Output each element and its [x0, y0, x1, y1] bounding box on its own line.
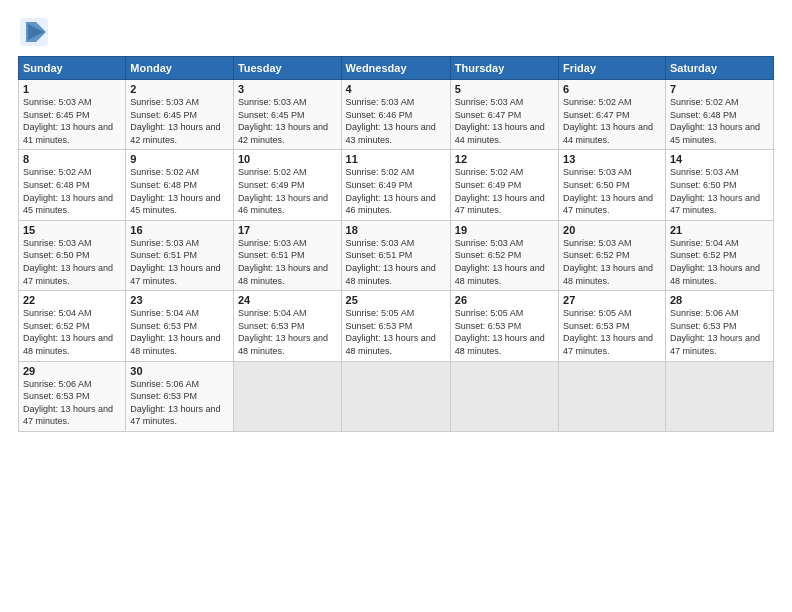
- day-header-sunday: Sunday: [19, 57, 126, 80]
- day-detail: Sunrise: 5:04 AM Sunset: 6:52 PM Dayligh…: [670, 237, 769, 287]
- calendar-week-5: 29 Sunrise: 5:06 AM Sunset: 6:53 PM Dayl…: [19, 361, 774, 431]
- calendar-week-1: 1 Sunrise: 5:03 AM Sunset: 6:45 PM Dayli…: [19, 80, 774, 150]
- calendar-cell: 3 Sunrise: 5:03 AM Sunset: 6:45 PM Dayli…: [233, 80, 341, 150]
- day-detail: Sunrise: 5:03 AM Sunset: 6:46 PM Dayligh…: [346, 96, 446, 146]
- calendar-cell: 9 Sunrise: 5:02 AM Sunset: 6:48 PM Dayli…: [126, 150, 234, 220]
- calendar-cell: 11 Sunrise: 5:02 AM Sunset: 6:49 PM Dayl…: [341, 150, 450, 220]
- day-number: 19: [455, 224, 554, 236]
- day-number: 13: [563, 153, 661, 165]
- calendar-cell: 12 Sunrise: 5:02 AM Sunset: 6:49 PM Dayl…: [450, 150, 558, 220]
- day-detail: Sunrise: 5:03 AM Sunset: 6:51 PM Dayligh…: [346, 237, 446, 287]
- day-detail: Sunrise: 5:05 AM Sunset: 6:53 PM Dayligh…: [563, 307, 661, 357]
- day-header-thursday: Thursday: [450, 57, 558, 80]
- day-detail: Sunrise: 5:02 AM Sunset: 6:48 PM Dayligh…: [130, 166, 229, 216]
- day-detail: Sunrise: 5:02 AM Sunset: 6:49 PM Dayligh…: [346, 166, 446, 216]
- calendar-cell: 29 Sunrise: 5:06 AM Sunset: 6:53 PM Dayl…: [19, 361, 126, 431]
- day-detail: Sunrise: 5:02 AM Sunset: 6:49 PM Dayligh…: [238, 166, 337, 216]
- day-number: 7: [670, 83, 769, 95]
- day-number: 18: [346, 224, 446, 236]
- day-number: 20: [563, 224, 661, 236]
- calendar-cell: 10 Sunrise: 5:02 AM Sunset: 6:49 PM Dayl…: [233, 150, 341, 220]
- calendar-cell: [559, 361, 666, 431]
- calendar-table: SundayMondayTuesdayWednesdayThursdayFrid…: [18, 56, 774, 432]
- day-number: 4: [346, 83, 446, 95]
- calendar-cell: 4 Sunrise: 5:03 AM Sunset: 6:46 PM Dayli…: [341, 80, 450, 150]
- calendar-cell: 24 Sunrise: 5:04 AM Sunset: 6:53 PM Dayl…: [233, 291, 341, 361]
- header: [18, 16, 774, 48]
- calendar-cell: 2 Sunrise: 5:03 AM Sunset: 6:45 PM Dayli…: [126, 80, 234, 150]
- calendar-cell: 5 Sunrise: 5:03 AM Sunset: 6:47 PM Dayli…: [450, 80, 558, 150]
- logo: [18, 16, 52, 48]
- day-detail: Sunrise: 5:04 AM Sunset: 6:52 PM Dayligh…: [23, 307, 121, 357]
- calendar-cell: [233, 361, 341, 431]
- calendar-cell: 26 Sunrise: 5:05 AM Sunset: 6:53 PM Dayl…: [450, 291, 558, 361]
- calendar-week-3: 15 Sunrise: 5:03 AM Sunset: 6:50 PM Dayl…: [19, 220, 774, 290]
- day-number: 12: [455, 153, 554, 165]
- day-number: 9: [130, 153, 229, 165]
- calendar-body: 1 Sunrise: 5:03 AM Sunset: 6:45 PM Dayli…: [19, 80, 774, 432]
- day-number: 28: [670, 294, 769, 306]
- calendar-cell: 28 Sunrise: 5:06 AM Sunset: 6:53 PM Dayl…: [665, 291, 773, 361]
- calendar-cell: 27 Sunrise: 5:05 AM Sunset: 6:53 PM Dayl…: [559, 291, 666, 361]
- calendar-cell: 17 Sunrise: 5:03 AM Sunset: 6:51 PM Dayl…: [233, 220, 341, 290]
- day-detail: Sunrise: 5:02 AM Sunset: 6:48 PM Dayligh…: [670, 96, 769, 146]
- calendar-cell: 22 Sunrise: 5:04 AM Sunset: 6:52 PM Dayl…: [19, 291, 126, 361]
- day-number: 5: [455, 83, 554, 95]
- day-number: 21: [670, 224, 769, 236]
- day-number: 17: [238, 224, 337, 236]
- day-number: 22: [23, 294, 121, 306]
- day-number: 11: [346, 153, 446, 165]
- day-detail: Sunrise: 5:03 AM Sunset: 6:51 PM Dayligh…: [238, 237, 337, 287]
- day-detail: Sunrise: 5:03 AM Sunset: 6:50 PM Dayligh…: [23, 237, 121, 287]
- logo-icon: [18, 16, 50, 48]
- calendar-cell: 14 Sunrise: 5:03 AM Sunset: 6:50 PM Dayl…: [665, 150, 773, 220]
- day-number: 1: [23, 83, 121, 95]
- day-header-friday: Friday: [559, 57, 666, 80]
- day-number: 23: [130, 294, 229, 306]
- day-detail: Sunrise: 5:05 AM Sunset: 6:53 PM Dayligh…: [455, 307, 554, 357]
- calendar-cell: 7 Sunrise: 5:02 AM Sunset: 6:48 PM Dayli…: [665, 80, 773, 150]
- day-number: 3: [238, 83, 337, 95]
- calendar-cell: 16 Sunrise: 5:03 AM Sunset: 6:51 PM Dayl…: [126, 220, 234, 290]
- calendar-cell: 25 Sunrise: 5:05 AM Sunset: 6:53 PM Dayl…: [341, 291, 450, 361]
- day-detail: Sunrise: 5:03 AM Sunset: 6:50 PM Dayligh…: [670, 166, 769, 216]
- day-number: 8: [23, 153, 121, 165]
- calendar-cell: 8 Sunrise: 5:02 AM Sunset: 6:48 PM Dayli…: [19, 150, 126, 220]
- day-number: 2: [130, 83, 229, 95]
- calendar-cell: 6 Sunrise: 5:02 AM Sunset: 6:47 PM Dayli…: [559, 80, 666, 150]
- day-detail: Sunrise: 5:02 AM Sunset: 6:48 PM Dayligh…: [23, 166, 121, 216]
- calendar-cell: 19 Sunrise: 5:03 AM Sunset: 6:52 PM Dayl…: [450, 220, 558, 290]
- day-number: 30: [130, 365, 229, 377]
- day-number: 15: [23, 224, 121, 236]
- calendar-week-4: 22 Sunrise: 5:04 AM Sunset: 6:52 PM Dayl…: [19, 291, 774, 361]
- day-detail: Sunrise: 5:03 AM Sunset: 6:52 PM Dayligh…: [563, 237, 661, 287]
- day-detail: Sunrise: 5:04 AM Sunset: 6:53 PM Dayligh…: [238, 307, 337, 357]
- day-number: 27: [563, 294, 661, 306]
- day-header-saturday: Saturday: [665, 57, 773, 80]
- calendar-cell: [665, 361, 773, 431]
- day-detail: Sunrise: 5:05 AM Sunset: 6:53 PM Dayligh…: [346, 307, 446, 357]
- calendar-cell: 13 Sunrise: 5:03 AM Sunset: 6:50 PM Dayl…: [559, 150, 666, 220]
- day-detail: Sunrise: 5:04 AM Sunset: 6:53 PM Dayligh…: [130, 307, 229, 357]
- day-number: 29: [23, 365, 121, 377]
- day-detail: Sunrise: 5:02 AM Sunset: 6:49 PM Dayligh…: [455, 166, 554, 216]
- calendar-week-2: 8 Sunrise: 5:02 AM Sunset: 6:48 PM Dayli…: [19, 150, 774, 220]
- page: SundayMondayTuesdayWednesdayThursdayFrid…: [0, 0, 792, 612]
- day-detail: Sunrise: 5:03 AM Sunset: 6:47 PM Dayligh…: [455, 96, 554, 146]
- calendar-cell: 15 Sunrise: 5:03 AM Sunset: 6:50 PM Dayl…: [19, 220, 126, 290]
- calendar-cell: 21 Sunrise: 5:04 AM Sunset: 6:52 PM Dayl…: [665, 220, 773, 290]
- day-number: 10: [238, 153, 337, 165]
- calendar-cell: [450, 361, 558, 431]
- day-header-tuesday: Tuesday: [233, 57, 341, 80]
- day-detail: Sunrise: 5:03 AM Sunset: 6:45 PM Dayligh…: [23, 96, 121, 146]
- day-header-monday: Monday: [126, 57, 234, 80]
- calendar-cell: 1 Sunrise: 5:03 AM Sunset: 6:45 PM Dayli…: [19, 80, 126, 150]
- day-detail: Sunrise: 5:06 AM Sunset: 6:53 PM Dayligh…: [670, 307, 769, 357]
- calendar-cell: 18 Sunrise: 5:03 AM Sunset: 6:51 PM Dayl…: [341, 220, 450, 290]
- day-number: 14: [670, 153, 769, 165]
- calendar-cell: 23 Sunrise: 5:04 AM Sunset: 6:53 PM Dayl…: [126, 291, 234, 361]
- day-detail: Sunrise: 5:03 AM Sunset: 6:51 PM Dayligh…: [130, 237, 229, 287]
- day-number: 6: [563, 83, 661, 95]
- calendar-cell: [341, 361, 450, 431]
- day-detail: Sunrise: 5:03 AM Sunset: 6:50 PM Dayligh…: [563, 166, 661, 216]
